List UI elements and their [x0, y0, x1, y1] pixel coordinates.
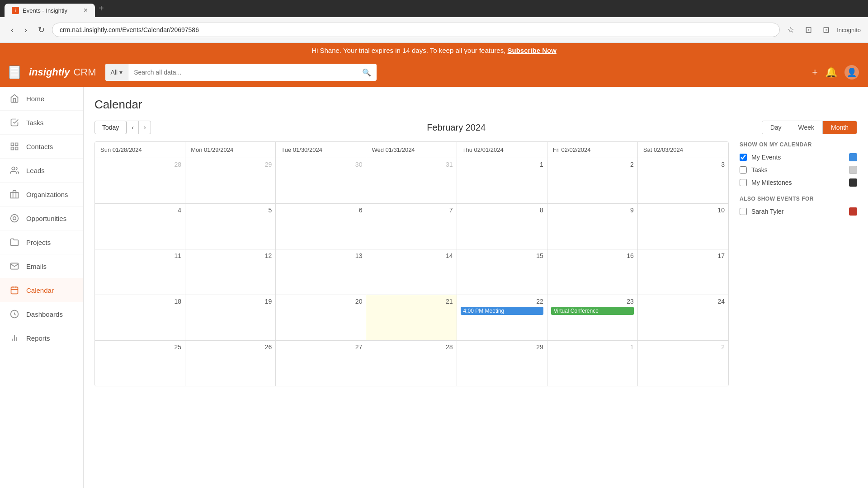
cal-day-28[interactable]: 28 — [366, 341, 457, 386]
sidebar-item-dashboards[interactable]: Dashboards — [0, 302, 83, 326]
cal-day-mar2[interactable]: 2 — [638, 341, 728, 386]
cal-day-feb3[interactable]: 3 — [638, 158, 728, 203]
my-events-checkbox[interactable] — [740, 154, 747, 161]
sidebar-item-projects[interactable]: Projects — [0, 230, 83, 254]
cal-day-7[interactable]: 7 — [366, 204, 457, 249]
cal-day-29[interactable]: 29 — [457, 341, 547, 386]
cal-day-jan30[interactable]: 30 — [276, 158, 366, 203]
cal-day-26[interactable]: 26 — [185, 341, 276, 386]
month-view-button[interactable]: Month — [823, 121, 857, 134]
cal-day-mar1[interactable]: 1 — [547, 341, 638, 386]
forward-button[interactable]: › — [21, 23, 31, 37]
bookmark-button[interactable]: ☆ — [783, 23, 798, 37]
hamburger-menu[interactable]: ☰ — [9, 66, 20, 79]
svg-rect-2 — [15, 147, 18, 150]
cal-day-feb1[interactable]: 1 — [457, 158, 547, 203]
tab-close-button[interactable]: × — [84, 6, 88, 14]
sidebar-item-dashboards-label: Dashboards — [26, 310, 63, 318]
sidebar-item-contacts[interactable]: Contacts — [0, 135, 83, 159]
cal-day-jan31[interactable]: 31 — [366, 158, 457, 203]
today-button[interactable]: Today — [94, 121, 127, 134]
avatar: 👤 — [844, 65, 859, 80]
day-number: 28 — [99, 161, 181, 168]
sidebar-item-tasks[interactable]: Tasks — [0, 111, 83, 135]
day-number: 7 — [370, 206, 453, 214]
day-number: 3 — [642, 161, 725, 168]
app-logo: insightly CRM — [29, 66, 96, 78]
cal-day-11[interactable]: 11 — [95, 249, 185, 295]
cal-day-5[interactable]: 5 — [185, 204, 276, 249]
cal-day-22[interactable]: 22 4:00 PM Meeting — [457, 295, 547, 340]
cal-day-20[interactable]: 20 — [276, 295, 366, 340]
cal-day-feb2[interactable]: 2 — [547, 158, 638, 203]
day-number: 31 — [370, 161, 453, 168]
cal-day-jan28[interactable]: 28 — [95, 158, 185, 203]
extensions-button[interactable]: ⊡ — [802, 23, 816, 37]
search-all-dropdown[interactable]: All ▾ — [105, 64, 129, 81]
notifications-button[interactable]: 🔔 — [825, 66, 837, 78]
cal-day-jan29[interactable]: 29 — [185, 158, 276, 203]
cal-day-25[interactable]: 25 — [95, 341, 185, 386]
subscribe-link[interactable]: Subscribe Now — [507, 47, 556, 54]
sarah-tyler-checkbox[interactable] — [740, 208, 747, 215]
cal-day-23[interactable]: 23 Virtual Conference — [547, 295, 638, 340]
sidebar-item-home[interactable]: Home — [0, 87, 83, 111]
sidebar-item-opportunities[interactable]: Opportunities — [0, 206, 83, 230]
milestones-checkbox[interactable] — [740, 179, 747, 186]
cal-day-8[interactable]: 8 — [457, 204, 547, 249]
tasks-icon — [9, 117, 20, 128]
organizations-icon — [9, 189, 20, 200]
browser-tab[interactable]: i Events - Insightly × — [5, 4, 95, 17]
cal-day-6[interactable]: 6 — [276, 204, 366, 249]
day-number: 12 — [189, 252, 272, 259]
day-header-thu: Thu 02/01/2024 — [457, 142, 547, 158]
sidebar-item-emails[interactable]: Emails — [0, 254, 83, 278]
sarah-tyler-color-swatch — [849, 207, 857, 216]
add-button[interactable]: + — [812, 66, 818, 78]
cal-day-21[interactable]: 21 — [366, 295, 457, 340]
cal-day-27[interactable]: 27 — [276, 341, 366, 386]
incognito-button[interactable]: Incognito — [837, 27, 861, 33]
cal-day-24[interactable]: 24 — [638, 295, 728, 340]
day-number: 16 — [551, 252, 634, 259]
cal-day-15[interactable]: 15 — [457, 249, 547, 295]
tasks-checkbox[interactable] — [740, 166, 747, 174]
reload-button[interactable]: ↻ — [34, 23, 48, 37]
cal-day-19[interactable]: 19 — [185, 295, 276, 340]
tasks-row: Tasks — [740, 166, 857, 174]
cal-day-13[interactable]: 13 — [276, 249, 366, 295]
week-view-button[interactable]: Week — [790, 121, 823, 134]
sidebar-item-organizations[interactable]: Organizations — [0, 183, 83, 206]
cal-day-18[interactable]: 18 — [95, 295, 185, 340]
sidebar-item-opportunities-label: Opportunities — [26, 215, 66, 222]
cal-day-17[interactable]: 17 — [638, 249, 728, 295]
window-button[interactable]: ⊡ — [819, 23, 833, 37]
sidebar-item-reports[interactable]: Reports — [0, 326, 83, 350]
prev-month-button[interactable]: ‹ — [127, 121, 139, 134]
sidebar-item-calendar[interactable]: Calendar — [0, 278, 83, 302]
search-input[interactable] — [128, 69, 356, 76]
back-button[interactable]: ‹ — [7, 23, 17, 37]
event-virtual-conference[interactable]: Virtual Conference — [551, 307, 634, 315]
user-menu-button[interactable]: 👤 — [844, 65, 859, 80]
cal-day-12[interactable]: 12 — [185, 249, 276, 295]
url-bar[interactable] — [52, 23, 780, 37]
day-header-sun: Sun 01/28/2024 — [95, 142, 185, 158]
contacts-icon — [9, 141, 20, 152]
cal-day-14[interactable]: 14 — [366, 249, 457, 295]
cal-day-4[interactable]: 4 — [95, 204, 185, 249]
event-meeting[interactable]: 4:00 PM Meeting — [461, 307, 543, 315]
show-on-calendar-title: SHOW ON MY CALENDAR — [740, 141, 857, 148]
cal-day-9[interactable]: 9 — [547, 204, 638, 249]
day-number: 29 — [461, 343, 543, 351]
cal-day-16[interactable]: 16 — [547, 249, 638, 295]
sarah-tyler-row: Sarah Tyler — [740, 207, 857, 216]
search-bar: All ▾ 🔍 — [105, 64, 377, 81]
day-header-sat: Sat 02/03/2024 — [638, 142, 728, 158]
cal-day-10[interactable]: 10 — [638, 204, 728, 249]
new-tab-button[interactable]: + — [95, 1, 108, 15]
day-view-button[interactable]: Day — [762, 121, 790, 134]
sidebar-item-leads[interactable]: Leads — [0, 159, 83, 183]
next-month-button[interactable]: › — [139, 121, 151, 134]
tab-title: Events - Insightly — [23, 7, 67, 14]
